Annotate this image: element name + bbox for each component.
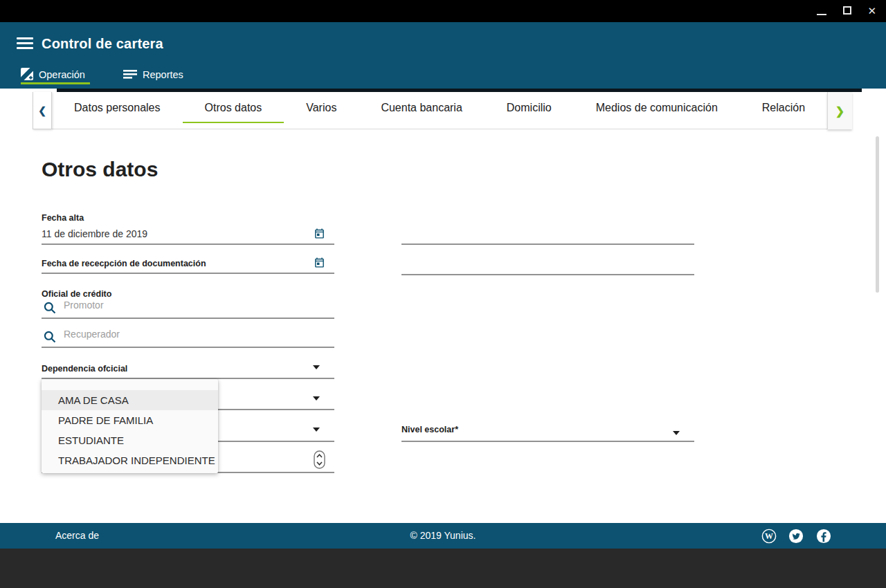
- about-link[interactable]: Acerca de: [55, 530, 99, 541]
- tabs-scroll-left-button[interactable]: ❮: [33, 92, 52, 129]
- tab-varios[interactable]: Varios: [284, 92, 359, 123]
- minimize-icon[interactable]: [817, 14, 826, 15]
- calendar-icon[interactable]: [314, 257, 325, 268]
- search-icon: [43, 301, 57, 315]
- dropdown-arrow-icon[interactable]: [313, 396, 320, 401]
- fecha-alta-value[interactable]: 11 de diciembre de 2019: [42, 228, 147, 239]
- page-title: Otros datos: [42, 158, 158, 181]
- close-icon[interactable]: ✕: [867, 4, 876, 18]
- nivel-escolar-label: Nivel escolar*: [401, 425, 458, 434]
- tab-relacion[interactable]: Relación: [740, 92, 827, 123]
- dropdown-arrow-icon[interactable]: [313, 365, 320, 369]
- app-header: Control de cartera Operación Reportes: [0, 22, 886, 89]
- promotor-input[interactable]: [64, 300, 271, 311]
- svg-text:W: W: [765, 531, 773, 541]
- twitter-icon[interactable]: [788, 529, 804, 544]
- dropdown-option[interactable]: ESTUDIANTE: [42, 430, 218, 450]
- oficial-credito-label: Oficial de crédito: [42, 289, 111, 299]
- tabs-list: Datos personales Otros datos Varios Cuen…: [52, 92, 827, 123]
- tab-datos-personales[interactable]: Datos personales: [52, 92, 183, 123]
- nav-tab-label: Reportes: [143, 69, 183, 80]
- calendar-icon[interactable]: [314, 228, 325, 239]
- tab-domicilio[interactable]: Domicilio: [485, 92, 574, 123]
- promotor-underline: [42, 318, 334, 319]
- dropdown-arrow-icon[interactable]: [313, 428, 320, 432]
- recuperador-input[interactable]: [64, 329, 271, 340]
- empty-field-2[interactable]: [401, 274, 694, 275]
- dependencia-label: Dependencia ofcicial: [42, 364, 127, 374]
- fecha-alta-label: Fecha alta: [42, 213, 84, 223]
- app-title: Control de cartera: [42, 36, 163, 52]
- dropdown-arrow-icon[interactable]: [673, 431, 680, 435]
- number-stepper[interactable]: [314, 450, 325, 469]
- hamburger-menu-icon[interactable]: [17, 37, 33, 49]
- vertical-scrollbar[interactable]: [876, 136, 879, 293]
- nav-tab-operacion[interactable]: Operación: [21, 65, 85, 84]
- maximize-icon[interactable]: [843, 6, 851, 15]
- copyright-text: © 2019 Yunius.: [0, 530, 886, 541]
- recuperador-underline: [42, 347, 334, 348]
- os-titlebar: ✕: [0, 0, 886, 22]
- os-taskbar: G 12:32 PM: [0, 549, 886, 588]
- active-nav-underline: [21, 82, 90, 84]
- tab-medios-comunicacion[interactable]: Medios de comunicación: [574, 92, 740, 123]
- nivel-escolar-underline: [401, 441, 694, 442]
- chevron-left-icon: ❮: [38, 105, 46, 116]
- dropdown-option[interactable]: PADRE DE FAMILIA: [42, 410, 218, 430]
- nav-tab-label: Operación: [39, 69, 85, 80]
- screen: ✕ Control de cartera Operación Reportes …: [0, 0, 886, 588]
- empty-field-1[interactable]: [401, 244, 694, 245]
- wordpress-icon[interactable]: W: [761, 529, 777, 544]
- section-tabbar: ❮ Datos personales Otros datos Varios Cu…: [33, 92, 852, 129]
- tab-otros-datos[interactable]: Otros datos: [183, 92, 284, 123]
- search-icon: [43, 330, 57, 344]
- chevron-right-icon: ❯: [835, 104, 844, 118]
- dropdown-option[interactable]: TRABAJADOR INDEPENDIENTE: [42, 450, 218, 470]
- dependencia-dropdown-panel: AMA DE CASA PADRE DE FAMILIA ESTUDIANTE …: [42, 379, 218, 473]
- operation-icon: [21, 68, 33, 82]
- fecha-recepcion-label: Fecha de rececpción de documentación: [42, 259, 206, 268]
- dropdown-option[interactable]: AMA DE CASA: [42, 390, 218, 410]
- reports-list-icon: [123, 69, 137, 81]
- fecha-recepcion-underline: [42, 273, 334, 274]
- fecha-alta-underline: [42, 244, 334, 245]
- app-footer: © 2019 Yunius. Acerca de W: [0, 523, 886, 549]
- facebook-icon[interactable]: [816, 529, 831, 544]
- tabs-scroll-right-button[interactable]: ❯: [827, 92, 852, 129]
- tab-cuenta-bancaria[interactable]: Cuenta bancaria: [359, 92, 484, 123]
- nav-tab-reportes[interactable]: Reportes: [123, 65, 183, 84]
